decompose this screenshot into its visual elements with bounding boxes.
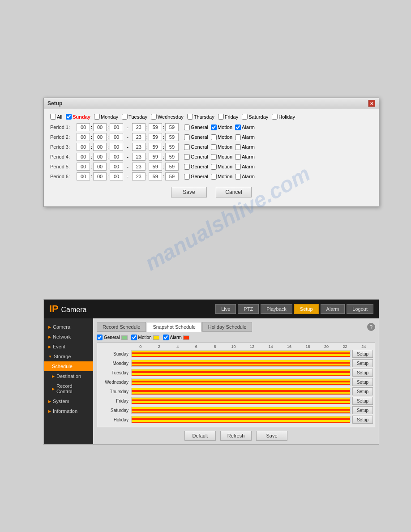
sidebar-item-camera[interactable]: ▶ Camera <box>44 322 93 332</box>
p1-alarm-label[interactable]: Alarm <box>235 124 255 130</box>
cancel-button[interactable]: Cancel <box>216 187 252 197</box>
checkbox-all[interactable]: All <box>50 114 62 120</box>
schedule-bar-thursday[interactable] <box>131 388 351 395</box>
p4-start-m[interactable] <box>93 153 107 161</box>
p4-start-h[interactable] <box>77 153 90 161</box>
save-button[interactable]: Save <box>171 187 207 197</box>
nav-playback[interactable]: Playback <box>261 304 292 314</box>
legend-general-check[interactable] <box>97 335 103 340</box>
legend-alarm-check[interactable] <box>163 335 169 340</box>
p6-alarm[interactable] <box>235 174 241 180</box>
p2-alarm-label[interactable]: Alarm <box>235 134 255 140</box>
checkbox-all-input[interactable] <box>50 114 56 120</box>
p1-end-m[interactable] <box>149 123 162 131</box>
p5-end-h[interactable] <box>132 163 146 171</box>
default-button[interactable]: Default <box>184 431 216 441</box>
setup-btn-friday[interactable]: Setup <box>352 397 373 405</box>
p4-end-s[interactable] <box>165 153 179 161</box>
p5-end-m[interactable] <box>149 163 162 171</box>
tab-holiday-schedule[interactable]: Holiday Schedule <box>202 322 253 332</box>
p4-motion-label[interactable]: Motion <box>211 154 232 160</box>
sidebar-item-storage[interactable]: ▼ Storage <box>44 352 93 361</box>
p1-motion[interactable] <box>211 124 217 130</box>
checkbox-monday-input[interactable] <box>94 114 100 120</box>
sidebar-item-record-control[interactable]: ▶ Record Control <box>44 381 93 396</box>
checkbox-thursday[interactable]: Thursday <box>187 114 214 120</box>
p5-alarm-label[interactable]: Alarm <box>235 164 255 170</box>
p1-general-label[interactable]: General <box>184 124 208 130</box>
setup-btn-tuesday[interactable]: Setup <box>352 369 373 377</box>
p3-start-h[interactable] <box>77 143 90 151</box>
schedule-bar-saturday[interactable] <box>131 407 351 414</box>
checkbox-monday[interactable]: Monday <box>94 114 118 120</box>
p2-start-s[interactable] <box>110 133 123 141</box>
p5-alarm[interactable] <box>235 164 241 170</box>
p3-end-s[interactable] <box>165 143 179 151</box>
p6-alarm-label[interactable]: Alarm <box>235 174 255 180</box>
p4-end-h[interactable] <box>132 153 146 161</box>
checkbox-sunday-input[interactable] <box>66 114 72 120</box>
p1-end-s[interactable] <box>165 123 179 131</box>
checkbox-friday-input[interactable] <box>218 114 224 120</box>
p4-motion[interactable] <box>211 154 217 160</box>
sidebar-item-event[interactable]: ▶ Event <box>44 342 93 352</box>
save-button[interactable]: Save <box>256 431 287 441</box>
schedule-bar-sunday[interactable] <box>131 350 351 357</box>
p1-end-h[interactable] <box>132 123 146 131</box>
setup-btn-thursday[interactable]: Setup <box>352 387 373 395</box>
p2-end-m[interactable] <box>149 133 162 141</box>
schedule-bar-holiday[interactable] <box>131 416 351 423</box>
p1-general[interactable] <box>184 124 190 130</box>
schedule-bar-tuesday[interactable] <box>131 369 351 376</box>
p5-end-s[interactable] <box>165 163 179 171</box>
p5-start-h[interactable] <box>77 163 90 171</box>
setup-btn-holiday[interactable]: Setup <box>352 416 373 424</box>
p4-alarm[interactable] <box>235 154 241 160</box>
setup-btn-saturday[interactable]: Setup <box>352 406 373 414</box>
p2-end-s[interactable] <box>165 133 179 141</box>
setup-btn-monday[interactable]: Setup <box>352 359 373 367</box>
p3-end-m[interactable] <box>149 143 162 151</box>
p5-motion[interactable] <box>211 164 217 170</box>
schedule-bar-wednesday[interactable] <box>131 378 351 386</box>
p2-end-h[interactable] <box>132 133 146 141</box>
p1-start-m[interactable] <box>93 123 107 131</box>
checkbox-holiday-input[interactable] <box>272 114 278 120</box>
p2-start-m[interactable] <box>93 133 107 141</box>
p6-start-h[interactable] <box>77 172 90 180</box>
checkbox-friday[interactable]: Friday <box>218 114 239 120</box>
p3-alarm-label[interactable]: Alarm <box>235 144 255 150</box>
setup-btn-sunday[interactable]: Setup <box>352 350 373 358</box>
schedule-bar-friday[interactable] <box>131 397 351 404</box>
p2-start-h[interactable] <box>77 133 90 141</box>
p3-alarm[interactable] <box>235 144 241 150</box>
p1-alarm[interactable] <box>235 124 241 130</box>
p2-general[interactable] <box>184 134 190 140</box>
p4-alarm-label[interactable]: Alarm <box>235 154 255 160</box>
refresh-button[interactable]: Refresh <box>220 431 252 441</box>
sidebar-item-destination[interactable]: ▶ Destination <box>44 371 93 381</box>
p6-start-m[interactable] <box>93 172 107 180</box>
p1-start-h[interactable] <box>77 123 90 131</box>
schedule-bar-monday[interactable] <box>131 360 351 367</box>
checkbox-holiday[interactable]: Holiday <box>272 114 295 120</box>
checkbox-tuesday-input[interactable] <box>122 114 128 120</box>
p3-motion[interactable] <box>211 144 217 150</box>
checkbox-saturday[interactable]: Saturday <box>242 114 268 120</box>
p6-general-label[interactable]: General <box>184 174 208 180</box>
p3-end-h[interactable] <box>132 143 146 151</box>
p3-motion-label[interactable]: Motion <box>211 144 232 150</box>
p4-start-s[interactable] <box>110 153 123 161</box>
checkbox-thursday-input[interactable] <box>187 114 193 120</box>
p6-motion[interactable] <box>211 174 217 180</box>
tab-record-schedule[interactable]: Record Schedule <box>97 322 146 332</box>
nav-setup[interactable]: Setup <box>294 304 319 314</box>
p3-general[interactable] <box>184 144 190 150</box>
checkbox-wednesday-input[interactable] <box>151 114 157 120</box>
sidebar-item-information[interactable]: ▶ Information <box>44 406 93 416</box>
p6-end-s[interactable] <box>165 172 179 180</box>
legend-motion-check[interactable] <box>131 335 137 340</box>
p5-general[interactable] <box>184 164 190 170</box>
setup-btn-wednesday[interactable]: Setup <box>352 378 373 386</box>
p5-motion-label[interactable]: Motion <box>211 164 232 170</box>
